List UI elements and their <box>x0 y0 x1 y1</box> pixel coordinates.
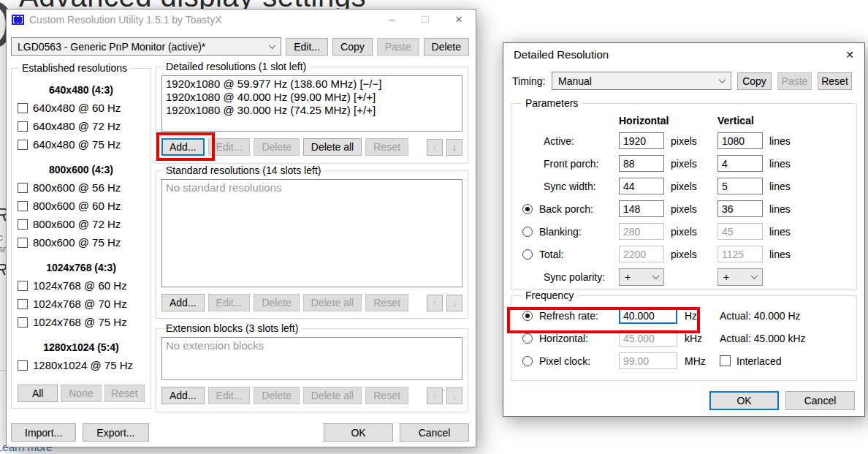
resolution-checkbox[interactable] <box>18 121 28 132</box>
monitor-select[interactable]: LGD0563 - Generic PnP Monitor (active)* <box>11 37 281 56</box>
move-up-button[interactable]: ↑ <box>427 295 443 311</box>
pixel-clock-input[interactable]: 99.00 <box>619 352 677 369</box>
list-item[interactable]: 1920x1080 @ 30.000 Hz (74.25 MHz) [+/+] <box>166 104 458 117</box>
horizontal-freq-radio[interactable] <box>522 333 533 344</box>
dialog-cancel-button[interactable]: Cancel <box>785 391 855 410</box>
back-porch-horizontal-input[interactable]: 148 <box>619 200 664 217</box>
timing-paste-button[interactable]: Paste <box>777 72 812 90</box>
list-item[interactable]: 1920x1080 @ 40.000 Hz (99.00 MHz) [+/+] <box>166 91 458 104</box>
refresh-rate-input[interactable]: 40.000 <box>619 307 677 324</box>
resolution-checkbox[interactable] <box>18 238 28 248</box>
maximize-button[interactable] <box>408 10 442 29</box>
unit-label: lines <box>764 203 851 215</box>
established-all-button[interactable]: All <box>18 385 58 402</box>
extension-blocks-list[interactable]: No extension blocks <box>161 337 462 380</box>
unit-label: pixels <box>665 181 717 192</box>
interlaced-label: Interlaced <box>736 355 781 367</box>
back-porch-radio[interactable] <box>522 204 533 214</box>
standard-resolutions-list[interactable]: No standard resolutions <box>161 179 462 287</box>
paste-monitor-button[interactable]: Paste <box>377 38 419 56</box>
extension-add-button[interactable]: Add... <box>161 387 205 404</box>
sync-width-horizontal-input[interactable]: 44 <box>619 178 664 194</box>
detailed-reset-button[interactable]: Reset <box>365 138 408 156</box>
move-down-button[interactable]: ↓ <box>446 139 462 156</box>
interlaced-checkbox[interactable] <box>720 355 731 366</box>
background-letter-fragment: c <box>0 232 3 243</box>
extension-edit-button[interactable]: Edit... <box>208 387 251 404</box>
sync-polarity-vertical-select[interactable]: + <box>717 268 763 286</box>
resolution-checkbox[interactable] <box>18 201 28 211</box>
cru-titlebar[interactable]: Custom Resolution Utility 1.5.1 by Toast… <box>7 10 476 29</box>
established-reset-button[interactable]: Reset <box>104 385 145 402</box>
detailed-edit-button[interactable]: Edit... <box>208 138 251 156</box>
export-button[interactable]: Export... <box>83 423 148 442</box>
blanking-radio[interactable] <box>522 227 533 237</box>
back-porch-vertical-input[interactable]: 36 <box>717 200 763 217</box>
active-vertical-input[interactable]: 1080 <box>717 132 763 149</box>
resolution-checkbox[interactable] <box>18 281 28 291</box>
active-horizontal-input[interactable]: 1920 <box>619 132 664 149</box>
cancel-button[interactable]: Cancel <box>400 423 469 442</box>
sync-width-vertical-input[interactable]: 5 <box>717 178 763 194</box>
close-button[interactable]: ✕ <box>442 10 476 29</box>
dialog-ok-button[interactable]: OK <box>709 391 779 410</box>
move-down-button[interactable]: ↓ <box>446 295 462 311</box>
total-radio[interactable] <box>522 249 533 260</box>
resolution-checkbox[interactable] <box>18 140 28 150</box>
close-button[interactable]: ✕ <box>845 49 854 61</box>
unit-label: lines <box>764 249 851 260</box>
front-porch-horizontal-input[interactable]: 88 <box>619 155 664 172</box>
standard-reset-button[interactable]: Reset <box>365 294 408 311</box>
detailed-delete-all-button[interactable]: Delete all <box>303 138 362 156</box>
established-none-button[interactable]: None <box>61 385 101 402</box>
standard-delete-button[interactable]: Delete <box>254 294 299 311</box>
resolution-checkbox[interactable] <box>18 219 28 230</box>
move-up-button[interactable]: ↑ <box>427 387 443 404</box>
detailed-delete-button[interactable]: Delete <box>254 138 299 156</box>
resolution-checkbox[interactable] <box>18 317 28 328</box>
standard-add-button[interactable]: Add... <box>161 294 205 311</box>
timing-select[interactable]: Manual <box>552 72 731 90</box>
sync-polarity-horizontal-select[interactable]: + <box>619 268 664 286</box>
total-vertical-input[interactable]: 1125 <box>717 246 763 262</box>
resolution-label: 800x600 @ 75 Hz <box>33 236 121 249</box>
resolution-checkbox[interactable] <box>18 183 28 193</box>
dialog-titlebar[interactable]: Detailed Resolution ✕ <box>503 43 864 66</box>
blanking-vertical-input[interactable]: 45 <box>717 223 763 240</box>
list-item: 1024x768 @ 60 Hz <box>18 276 145 295</box>
minimize-button[interactable]: – <box>375 10 408 29</box>
copy-monitor-button[interactable]: Copy <box>332 38 373 56</box>
unit-label: pixels <box>665 135 717 147</box>
detailed-add-button[interactable]: Add... <box>161 138 205 156</box>
import-button[interactable]: Import... <box>11 423 76 442</box>
pixel-clock-radio[interactable] <box>522 356 533 366</box>
extension-delete-all-button[interactable]: Delete all <box>303 387 362 404</box>
param-row-back-porch: Back porch: 148 pixels 36 lines <box>521 197 851 220</box>
horizontal-freq-input[interactable]: 45.000 <box>619 330 677 347</box>
delete-monitor-button[interactable]: Delete <box>424 38 469 56</box>
extension-delete-button[interactable]: Delete <box>254 387 299 404</box>
front-porch-vertical-input[interactable]: 4 <box>717 155 763 172</box>
move-down-button[interactable]: ↓ <box>446 387 462 404</box>
resolution-group-header: 640x480 (4:3) <box>18 84 145 96</box>
detailed-resolutions-list[interactable]: 1920x1080 @ 59.977 Hz (138.60 MHz) [−/−]… <box>161 75 462 132</box>
move-up-button[interactable]: ↑ <box>427 139 443 156</box>
standard-edit-button[interactable]: Edit... <box>208 294 251 311</box>
refresh-rate-radio[interactable] <box>522 311 533 321</box>
total-horizontal-input[interactable]: 2200 <box>619 246 664 262</box>
resolution-checkbox[interactable] <box>18 299 28 309</box>
resolution-checkbox[interactable] <box>18 360 28 371</box>
blanking-horizontal-input[interactable]: 280 <box>619 223 664 240</box>
established-resolutions-group: Established resolutions 640x480 (4:3) 64… <box>11 62 151 409</box>
total-label: Total: <box>539 249 563 260</box>
extension-reset-button[interactable]: Reset <box>365 387 408 404</box>
ok-button[interactable]: OK <box>324 423 393 442</box>
edit-monitor-button[interactable]: Edit... <box>286 38 328 56</box>
vertical-column-header: Vertical <box>717 115 764 126</box>
list-item[interactable]: 1920x1080 @ 59.977 Hz (138.60 MHz) [−/−] <box>166 77 458 91</box>
timing-reset-button[interactable]: Reset <box>818 72 852 90</box>
standard-delete-all-button[interactable]: Delete all <box>303 294 362 311</box>
resolution-checkbox[interactable] <box>18 103 28 113</box>
resolution-label: 800x600 @ 56 Hz <box>33 181 121 194</box>
timing-copy-button[interactable]: Copy <box>737 72 772 90</box>
